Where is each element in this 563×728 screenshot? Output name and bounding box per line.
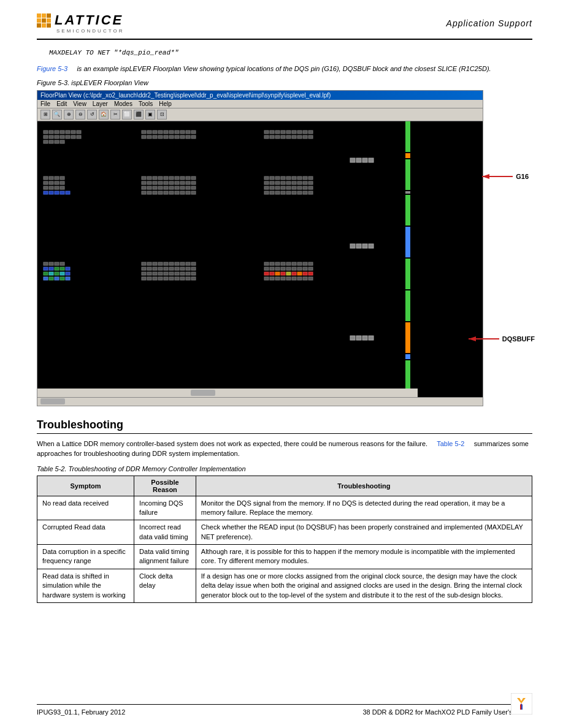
toolbar-btn-7[interactable]: ✂ xyxy=(110,110,120,119)
svg-rect-181 xyxy=(164,262,168,265)
toolbar-btn-2[interactable]: 🔍 xyxy=(52,110,62,119)
svg-rect-162 xyxy=(44,267,48,270)
svg-rect-120 xyxy=(275,176,280,180)
svg-rect-222 xyxy=(292,262,296,265)
svg-rect-121 xyxy=(281,176,285,180)
svg-rect-80 xyxy=(153,176,157,180)
svg-rect-125 xyxy=(303,176,307,180)
svg-rect-85 xyxy=(180,176,185,180)
svg-rect-89 xyxy=(147,181,151,184)
svg-rect-3 xyxy=(55,131,59,134)
svg-rect-66 xyxy=(49,181,53,184)
svg-rect-224 xyxy=(303,262,307,265)
toolbar-btn-1[interactable]: ⊞ xyxy=(40,110,50,119)
cell-symptom-1: Corrupted Read data xyxy=(37,520,134,545)
main-content: MAXDELAY TO NET "*dqs_pio_read*" Figure … xyxy=(37,49,532,603)
svg-rect-251 xyxy=(303,277,307,280)
svg-rect-262 xyxy=(405,227,410,257)
toolbar-btn-9[interactable]: ⬛ xyxy=(134,110,144,119)
svg-rect-211 xyxy=(164,277,168,280)
svg-rect-218 xyxy=(270,262,274,265)
svg-rect-112 xyxy=(164,191,168,194)
svg-rect-36 xyxy=(180,135,185,138)
svg-rect-216 xyxy=(191,277,196,280)
table-row: Corrupted Read data Incorrect read data … xyxy=(37,520,532,545)
logo-lattice: LATTICE xyxy=(37,12,124,28)
menu-tools[interactable]: Tools xyxy=(139,100,153,107)
svg-rect-190 xyxy=(158,267,163,270)
svg-rect-158 xyxy=(44,262,48,265)
menu-file[interactable]: File xyxy=(40,100,50,107)
svg-rect-243 xyxy=(308,272,313,275)
svg-rect-261 xyxy=(405,195,410,226)
svg-rect-143 xyxy=(303,186,307,189)
logo-grid-icon xyxy=(37,13,51,28)
floorplan-svg xyxy=(37,121,418,397)
menu-view[interactable]: View xyxy=(73,100,86,107)
figure-ref: Figure 5-3 xyxy=(37,65,67,72)
menu-help[interactable]: Help xyxy=(159,100,172,107)
svg-rect-135 xyxy=(308,181,313,184)
toolbar-btn-8[interactable]: ⬜ xyxy=(122,110,132,119)
svg-rect-141 xyxy=(292,186,296,189)
g16-label: G16 xyxy=(516,173,529,180)
table-row: No read data received Incoming DQS failu… xyxy=(37,496,532,520)
svg-rect-150 xyxy=(292,191,296,194)
toolbar-btn-11[interactable]: ⊡ xyxy=(157,110,167,119)
svg-rect-256 xyxy=(369,336,373,340)
svg-rect-73 xyxy=(44,191,48,194)
svg-rect-268 xyxy=(37,389,418,397)
svg-rect-122 xyxy=(286,176,291,180)
svg-rect-239 xyxy=(286,272,291,275)
svg-rect-26 xyxy=(180,131,185,134)
svg-rect-200 xyxy=(158,272,163,275)
svg-rect-255 xyxy=(362,336,367,340)
svg-rect-8 xyxy=(44,135,48,138)
svg-rect-123 xyxy=(292,176,296,180)
toolbar-btn-5[interactable]: ↺ xyxy=(87,110,97,119)
svg-rect-118 xyxy=(264,176,269,180)
menu-modes[interactable]: Modes xyxy=(114,100,132,107)
svg-rect-145 xyxy=(264,191,269,194)
svg-rect-83 xyxy=(169,176,174,180)
svg-rect-172 xyxy=(44,277,48,280)
svg-rect-148 xyxy=(281,191,285,194)
svg-rect-43 xyxy=(286,131,291,134)
svg-rect-71 xyxy=(55,186,59,189)
svg-rect-244 xyxy=(264,277,269,280)
toolbar-btn-3[interactable]: ⊕ xyxy=(64,110,74,119)
app-support-label: Application Support xyxy=(446,18,532,28)
svg-rect-34 xyxy=(169,135,174,138)
svg-rect-10 xyxy=(55,135,59,138)
svg-rect-204 xyxy=(180,272,185,275)
troubleshooting-body: When a Lattice DDR memory controller-bas… xyxy=(37,439,532,459)
svg-rect-22 xyxy=(158,131,163,134)
svg-rect-60 xyxy=(369,158,373,162)
svg-rect-245 xyxy=(270,277,274,280)
svg-rect-47 xyxy=(308,131,313,134)
menu-edit[interactable]: Edit xyxy=(56,100,67,107)
svg-rect-230 xyxy=(286,267,291,270)
svg-rect-93 xyxy=(169,181,174,184)
svg-rect-242 xyxy=(303,272,307,275)
floorplan-scrollbar[interactable] xyxy=(37,397,483,406)
svg-rect-152 xyxy=(303,191,307,194)
menu-layer[interactable]: Layer xyxy=(93,100,108,107)
cell-trouble-1: Check whether the READ input (to DQSBUF)… xyxy=(196,520,532,545)
svg-rect-54 xyxy=(297,135,302,138)
svg-rect-130 xyxy=(281,181,285,184)
svg-rect-9 xyxy=(49,135,53,138)
svg-rect-101 xyxy=(158,186,163,189)
svg-rect-186 xyxy=(191,262,196,265)
svg-rect-174 xyxy=(55,277,59,280)
cell-trouble-2: Although rare, it is possible for this t… xyxy=(196,545,532,569)
svg-rect-88 xyxy=(142,181,146,184)
svg-rect-221 xyxy=(286,262,291,265)
svg-rect-41 xyxy=(275,131,280,134)
table-row: Read data is shifted in simulation while… xyxy=(37,569,532,602)
toolbar-btn-4[interactable]: ⊖ xyxy=(75,110,85,119)
svg-rect-64 xyxy=(60,176,64,180)
svg-rect-161 xyxy=(60,262,64,265)
toolbar-btn-6[interactable]: 🏠 xyxy=(99,110,109,119)
toolbar-btn-10[interactable]: ▣ xyxy=(145,110,155,119)
